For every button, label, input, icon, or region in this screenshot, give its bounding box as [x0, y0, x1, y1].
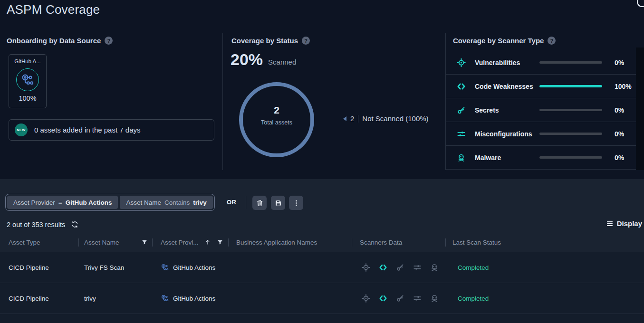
status-panel-title: Coverage by Status ? [231, 37, 310, 45]
scanner-row-secrets[interactable]: Secrets 0% [445, 98, 644, 122]
cell-asset-name: trivy [84, 295, 96, 302]
scanner-percent: 100% [615, 83, 632, 90]
filter-chip-asset-provider[interactable]: Asset Provider = GitHub Actions [7, 196, 118, 209]
scanner-type-panel-title: Coverage by Scanner Type ? [453, 37, 556, 45]
column-separator [352, 238, 352, 247]
column-last-scan-status: Last Scan Status [452, 239, 501, 246]
target-icon [362, 294, 370, 303]
filter-value: GitHub Actions [66, 199, 112, 206]
github-actions-icon [161, 294, 169, 303]
scanner-row-malware[interactable]: Malware 0% [445, 146, 644, 170]
help-icon[interactable]: ? [105, 37, 113, 45]
new-badge: NEW [15, 124, 28, 136]
aspm-coverage-page: ASPM Coverage Onboarding by Data Source … [0, 0, 644, 323]
asset-provider-label: GitHub Actions [173, 295, 215, 302]
more-options-button[interactable] [289, 196, 303, 210]
donut-chart: 2 Total assets [237, 80, 316, 159]
sort-asc-icon[interactable] [204, 239, 211, 246]
column-asset-type: Asset Type [9, 239, 40, 246]
help-icon[interactable]: ? [548, 37, 556, 45]
column-asset-provider: Asset Provi... [161, 239, 199, 246]
table-row[interactable]: CICD Pipeline Trivy FS Scan GitHub Actio… [0, 252, 644, 283]
display-button[interactable]: Display [606, 219, 642, 228]
column-separator [152, 238, 153, 247]
target-icon [457, 58, 466, 67]
filter-operator: Contains [164, 199, 190, 206]
scanner-label: Malware [475, 154, 501, 162]
progress-bar [539, 85, 602, 87]
scanner-label: Misconfigurations [475, 130, 532, 138]
toolbar-divider [246, 196, 246, 209]
cell-asset-provider: GitHub Actions [161, 263, 215, 272]
column-separator [78, 238, 79, 247]
key-icon [396, 263, 404, 272]
column-asset-name: Asset Name [84, 239, 119, 246]
legend-marker-icon [343, 116, 346, 121]
progress-bar [539, 61, 602, 64]
skull-icon [430, 263, 439, 272]
corner-widget [637, 0, 644, 7]
save-icon [274, 199, 282, 207]
scanner-type-title-text: Coverage by Scanner Type [453, 37, 544, 45]
help-icon[interactable]: ? [302, 37, 310, 45]
code-icon [457, 82, 466, 91]
skull-icon [430, 294, 439, 303]
delete-filters-button[interactable] [252, 196, 267, 210]
page-title: ASPM Coverage [7, 2, 100, 17]
filter-funnel-icon[interactable] [217, 239, 223, 246]
save-filter-button[interactable] [271, 196, 285, 210]
filter-chip-asset-name[interactable]: Asset Name Contains trivy [120, 196, 212, 209]
filter-combinator-label[interactable]: OR [227, 199, 237, 206]
table-row[interactable]: CICD Pipeline trivy GitHub Actions [0, 283, 644, 314]
scanner-percent: 0% [615, 130, 624, 138]
filter-field: Asset Name [126, 199, 161, 206]
column-scanners-data: Scanners Data [360, 239, 402, 246]
scanned-percent: 20% [231, 51, 263, 67]
status-badge: Completed [458, 295, 489, 302]
legend-separator [358, 115, 358, 123]
kebab-icon [292, 199, 300, 207]
donut-center-value: 2 [237, 104, 316, 116]
trash-icon [256, 199, 264, 207]
column-business-application-names: Business Application Names [236, 239, 317, 246]
legend-label: Not Scanned (100%) [362, 114, 428, 123]
column-separator [228, 238, 229, 247]
assets-added-text: 0 assets added in the past 7 days [34, 126, 140, 134]
results-summary: 2 out of 353 results [7, 221, 65, 228]
target-icon [362, 263, 370, 272]
sliders-icon [457, 129, 466, 138]
legend-item-not-scanned[interactable]: 2 Not Scanned (100%) [343, 114, 429, 123]
progress-bar [539, 109, 602, 111]
data-source-ring [16, 68, 39, 91]
status-title-text: Coverage by Status [231, 37, 298, 45]
scanner-label: Vulnerabilities [475, 59, 520, 66]
onboarding-title-text: Onboarding by Data Source [7, 37, 101, 45]
data-source-label: GitHub A... [9, 58, 46, 64]
cell-asset-type: CICD Pipeline [9, 295, 49, 302]
filter-value: trivy [193, 199, 207, 206]
data-source-card[interactable]: GitHub A... 100% [9, 54, 47, 108]
sliders-icon [413, 294, 422, 303]
github-actions-icon [20, 73, 35, 87]
code-icon [379, 263, 387, 272]
scanner-label: Code Weaknesses [475, 83, 533, 90]
filter-field: Asset Provider [13, 199, 55, 206]
cell-scanners-data [362, 263, 439, 272]
key-icon [457, 105, 466, 114]
scanner-row-vulnerabilities[interactable]: Vulnerabilities 0% [445, 51, 644, 75]
table-body: CICD Pipeline Trivy FS Scan GitHub Actio… [0, 252, 644, 323]
asset-provider-label: GitHub Actions [173, 264, 215, 271]
github-actions-icon [161, 263, 169, 272]
cell-asset-name: Trivy FS Scan [84, 264, 124, 271]
scanner-row-code-weaknesses[interactable]: Code Weaknesses 100% [445, 75, 644, 98]
filter-funnel-icon[interactable] [141, 239, 148, 246]
assets-added-banner: NEW 0 assets added in the past 7 days [9, 119, 214, 141]
hamburger-icon [606, 220, 614, 228]
onboarding-panel-title: Onboarding by Data Source ? [7, 37, 113, 45]
scanned-label: Scanned [268, 58, 296, 67]
scanner-label: Secrets [475, 106, 499, 114]
scanner-row-misconfigurations[interactable]: Misconfigurations 0% [445, 122, 644, 146]
cell-asset-type: CICD Pipeline [9, 264, 49, 271]
refresh-icon[interactable] [71, 220, 79, 228]
filter-group: Asset Provider = GitHub Actions Asset Na… [5, 194, 215, 211]
